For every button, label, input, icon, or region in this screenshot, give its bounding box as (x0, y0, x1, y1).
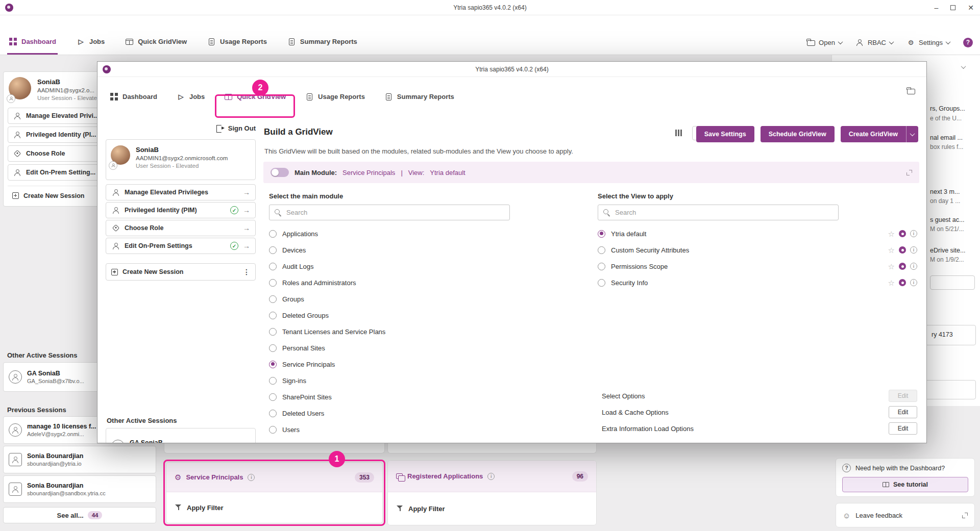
minimize-icon[interactable]: – (934, 4, 938, 11)
radio-icon[interactable] (269, 426, 277, 434)
module-option[interactable]: Deleted Groups (269, 307, 555, 323)
open-menu[interactable]: Open (806, 38, 842, 47)
info-icon[interactable]: i (910, 230, 917, 237)
save-settings-button[interactable]: Save Settings (696, 126, 754, 142)
radio-icon[interactable] (269, 361, 277, 368)
radio-icon[interactable] (598, 230, 605, 238)
tab-summary-reports[interactable]: Summary Reports (382, 77, 456, 118)
tile-header[interactable]: Registered Applications i 96 (388, 461, 596, 492)
partial-card[interactable] (925, 380, 976, 399)
radio-icon[interactable] (269, 393, 277, 401)
folder-icon[interactable] (906, 86, 915, 95)
menu-item-choose-role[interactable]: Choose Role → (106, 220, 256, 236)
module-option[interactable]: Audit Logs (269, 258, 555, 274)
view-option-selected[interactable]: Ytria default ☆i (598, 225, 917, 242)
expand-icon[interactable] (962, 513, 968, 518)
view-option[interactable]: Permissions Scope ☆i (598, 258, 917, 274)
module-option[interactable]: Tenant Licenses and Service Plans (269, 323, 555, 340)
radio-icon[interactable] (598, 279, 605, 287)
see-tutorial-button[interactable]: See tutorial (842, 477, 968, 492)
partial-button[interactable] (930, 275, 975, 290)
radio-icon[interactable] (269, 295, 277, 303)
module-option[interactable]: Roles and Administrators (269, 274, 555, 291)
settings-menu[interactable]: ⚙ Settings (906, 38, 950, 47)
partial-card[interactable]: ry 4173 (925, 325, 976, 345)
view-option[interactable]: Custom Security Attributes ☆i (598, 242, 917, 258)
leave-feedback-button[interactable]: ☺ Leave feedback (836, 503, 975, 527)
create-gridview-button[interactable]: Create GridView (841, 126, 918, 142)
view-option[interactable]: Security Info ☆i (598, 274, 917, 291)
tab-dashboard[interactable]: Dashboard (108, 77, 159, 118)
radio-icon[interactable] (598, 246, 605, 254)
apply-filter-button[interactable]: Apply Filter (388, 492, 596, 525)
module-option[interactable]: Applications (269, 225, 555, 242)
radio-icon[interactable] (269, 410, 277, 417)
apply-filter-button[interactable]: Apply Filter (166, 492, 382, 523)
module-option[interactable]: Users (269, 421, 555, 438)
help-icon[interactable]: ? (963, 38, 973, 47)
filter-icon (175, 504, 182, 511)
module-option[interactable]: Groups (269, 291, 555, 307)
see-all-button[interactable]: See all... 44 (3, 507, 156, 523)
more-options-icon[interactable]: ⋮ (243, 268, 250, 276)
edit-button[interactable]: Edit (889, 406, 917, 418)
tab-usage-reports[interactable]: Usage Reports (303, 77, 367, 118)
module-option[interactable]: Deleted Users (269, 405, 555, 421)
tab-summary-reports[interactable]: Summary Reports (286, 30, 359, 55)
module-option-selected[interactable]: Service Principals (269, 356, 555, 372)
info-icon[interactable]: i (487, 473, 495, 480)
rbac-menu[interactable]: RBAC (855, 38, 893, 47)
create-gridview-dropdown[interactable] (906, 126, 918, 142)
tab-dashboard[interactable]: Dashboard (7, 30, 58, 55)
radio-icon[interactable] (269, 377, 277, 385)
create-new-session-button[interactable]: Create New Session ⋮ (106, 263, 256, 281)
expand-icon[interactable] (906, 170, 912, 175)
maximize-icon[interactable] (950, 5, 955, 10)
module-search-input[interactable] (286, 209, 504, 216)
module-option[interactable]: Personal Sites (269, 340, 555, 356)
radio-icon[interactable] (269, 246, 277, 254)
tab-quick-gridview[interactable]: Quick GridView (124, 30, 188, 55)
tile-registered-applications[interactable]: Registered Applications i 96 Apply Filte… (387, 460, 597, 525)
info-icon[interactable]: i (910, 246, 917, 254)
module-option[interactable]: Devices (269, 242, 555, 258)
tab-usage-reports[interactable]: Usage Reports (206, 30, 268, 55)
radio-icon[interactable] (598, 263, 605, 270)
module-option[interactable]: Sign-ins (269, 372, 555, 389)
previous-session-card[interactable]: Sonia Bounardjian sbounardjian@ytria.io (3, 446, 156, 473)
previous-session-card[interactable]: Sonia Bounardjian sbounardjian@sandbox.y… (3, 475, 156, 503)
info-icon[interactable]: i (910, 263, 917, 270)
toggle-view: Ytria default (430, 169, 465, 176)
module-option[interactable]: SharePoint Sites (269, 389, 555, 405)
radio-icon[interactable] (269, 328, 277, 336)
session-name: Sonia Bounardjian (27, 482, 106, 489)
close-icon[interactable]: ✕ (968, 4, 974, 11)
menu-item-privileged-identity[interactable]: Privileged Identity (PIM) ✓ → (106, 202, 256, 218)
main-module-toggle[interactable] (271, 168, 289, 177)
tab-jobs[interactable]: ▷ Jobs (175, 77, 207, 118)
schedule-gridview-button[interactable]: Schedule GridView (761, 126, 835, 142)
radio-icon[interactable] (269, 344, 277, 352)
view-search-input[interactable] (615, 209, 833, 216)
menu-item-edit-onprem-settings[interactable]: Edit On-Prem Settings ✓ → (106, 238, 256, 254)
star-icon[interactable]: ☆ (888, 263, 895, 270)
info-icon[interactable]: i (910, 279, 917, 286)
tile-service-principals[interactable]: ⚙ Service Principals i 353 Apply Filter (166, 462, 383, 523)
radio-icon[interactable] (269, 279, 277, 287)
star-icon[interactable]: ☆ (888, 246, 895, 254)
menu-item-manage-elevated-privileges[interactable]: Manage Elevated Privileges → (106, 184, 256, 200)
tile-header[interactable]: ⚙ Service Principals i 353 (166, 463, 382, 492)
sign-out-button[interactable]: Sign Out (106, 122, 256, 134)
other-session-card[interactable]: GA SoniaB GA_SoniaB@x7lbv.o... (106, 428, 256, 443)
star-icon[interactable]: ☆ (888, 230, 895, 238)
toggle-view-label: View: (408, 169, 425, 176)
tab-jobs[interactable]: ▷ Jobs (75, 30, 106, 55)
view-options-icon[interactable] (675, 130, 682, 136)
tab-quick-gridview[interactable]: Quick GridView 2 (222, 77, 288, 118)
radio-icon[interactable] (269, 263, 277, 270)
radio-icon[interactable] (269, 230, 277, 238)
edit-button[interactable]: Edit (889, 422, 917, 435)
info-icon[interactable]: i (248, 474, 255, 481)
star-icon[interactable]: ☆ (888, 279, 895, 287)
radio-icon[interactable] (269, 312, 277, 319)
